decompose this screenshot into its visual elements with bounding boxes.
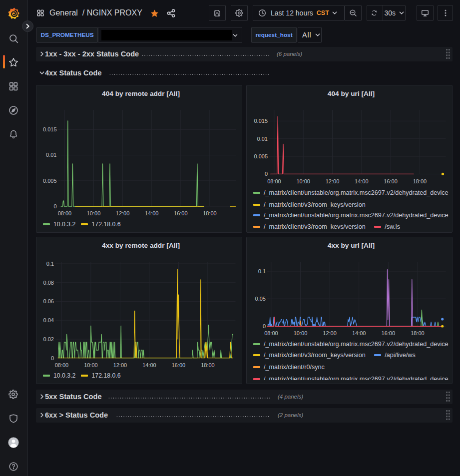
svg-text:4xx by remote addr [All]: 4xx by remote addr [All]: [102, 242, 180, 249]
svg-text:14:00: 14:00: [145, 210, 159, 216]
svg-text:0.005: 0.005: [43, 178, 57, 184]
svg-text:0.1: 0.1: [46, 261, 54, 267]
svg-text:08:00: 08:00: [58, 210, 72, 216]
svg-text:0.06: 0.06: [43, 298, 54, 304]
svg-text:10:00: 10:00: [84, 362, 98, 368]
svg-text:0.01: 0.01: [46, 152, 56, 158]
svg-text:16:00: 16:00: [172, 362, 186, 368]
svg-text:18:00: 18:00: [201, 362, 215, 368]
svg-text:18:00: 18:00: [203, 210, 217, 216]
svg-text:12:00: 12:00: [116, 210, 130, 216]
svg-text:0.015: 0.015: [43, 126, 57, 132]
svg-text:08:00: 08:00: [55, 362, 69, 368]
svg-text:404 by remote addr [All]: 404 by remote addr [All]: [102, 90, 180, 97]
svg-text:0: 0: [53, 203, 56, 209]
svg-text:0: 0: [51, 355, 54, 361]
svg-text:12:00: 12:00: [113, 362, 127, 368]
svg-text:0.02: 0.02: [43, 336, 54, 342]
svg-text:0.04: 0.04: [43, 317, 54, 323]
svg-text:16:00: 16:00: [174, 210, 188, 216]
svg-text:0.08: 0.08: [43, 280, 54, 286]
svg-text:10:00: 10:00: [87, 210, 101, 216]
svg-text:14:00: 14:00: [142, 362, 156, 368]
